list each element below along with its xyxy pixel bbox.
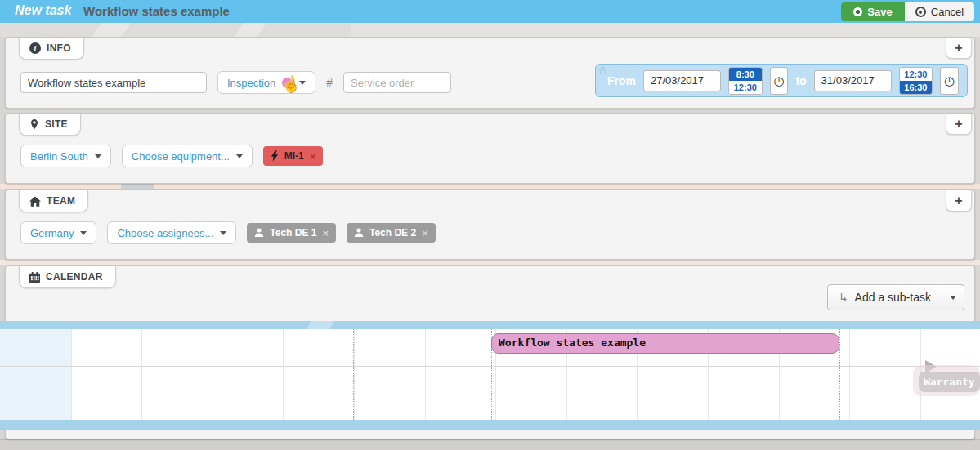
info-icon: i	[29, 42, 41, 54]
from-time-start[interactable]: 8:30	[729, 68, 762, 81]
hash-symbol: #	[326, 76, 333, 89]
info-tab-label: INFO	[47, 42, 71, 54]
selection-guide-line	[353, 329, 354, 420]
cancel-icon	[915, 7, 926, 17]
remove-assignee-icon[interactable]: ×	[422, 227, 428, 239]
equipment-tag[interactable]: MI-1 ×	[263, 146, 324, 166]
save-button-label: Save	[867, 2, 892, 21]
to-time-start[interactable]: 12:30	[900, 68, 933, 81]
caret-down-icon	[95, 154, 101, 158]
team-group-dropdown[interactable]: Germany	[20, 221, 96, 244]
team-tab: TEAM	[19, 190, 88, 212]
choose-assignees-label: Choose assignees...	[117, 227, 213, 239]
clock-icon: ◷	[599, 65, 607, 75]
choose-equipment-dropdown[interactable]: Choose equipment...	[122, 145, 253, 167]
add-subtask-dropdown-toggle[interactable]	[942, 284, 964, 310]
task-name-input[interactable]	[20, 72, 207, 93]
caret-down-icon	[950, 296, 956, 300]
remove-assignee-icon[interactable]: ×	[322, 227, 329, 239]
page-title: Workflow states example	[83, 4, 230, 18]
event-end-guide-line	[839, 329, 840, 420]
map-patch	[351, 23, 980, 37]
timeline-band-highlight	[307, 321, 334, 329]
site-tab-label: SITE	[45, 118, 68, 130]
assignee-tag[interactable]: Tech DE 2 ×	[347, 223, 436, 243]
person-icon	[254, 228, 264, 238]
site-tab: SITE	[19, 114, 81, 136]
cancel-button-label: Cancel	[931, 2, 964, 21]
info-panel: i INFO + Inspection # ◷ From 8:30 12:30 …	[5, 37, 975, 109]
caret-down-icon	[220, 231, 226, 235]
pointer-cursor-icon: ☝	[280, 74, 302, 96]
team-add-button[interactable]: +	[946, 190, 972, 212]
weekend-column	[0, 329, 72, 420]
caret-down-icon	[236, 154, 243, 158]
task-event-bar[interactable]: Workflow states example	[491, 333, 839, 354]
add-subtask-button[interactable]: ↳ Add a sub-task	[827, 284, 942, 310]
home-icon	[29, 196, 41, 207]
timeline-top-band	[0, 321, 980, 329]
service-order-input[interactable]	[343, 72, 451, 93]
to-time-clock-button[interactable]: ◷	[940, 67, 959, 95]
from-time-clock-button[interactable]: ◷	[770, 67, 789, 95]
assignee-tag[interactable]: Tech DE 1 ×	[247, 223, 336, 243]
from-time-end[interactable]: 12:30	[729, 81, 762, 94]
team-panel: TEAM + Germany Choose assignees... Tech …	[5, 189, 975, 260]
schedule-panel: ◷ From 8:30 12:30 ◷ to 12:30 16:30 ◷	[595, 64, 968, 97]
map-pin-icon	[29, 118, 39, 131]
new-task-badge: New task	[15, 3, 71, 18]
from-time-selector[interactable]: 8:30 12:30	[728, 67, 763, 95]
assignee-tag-label: Tech DE 2	[369, 227, 416, 238]
cancel-button[interactable]: Cancel	[905, 2, 974, 21]
timeline-bottom-band	[0, 420, 980, 430]
row-divider	[0, 366, 980, 367]
warranty-ghost-label: Warranty	[919, 372, 980, 392]
to-time-selector[interactable]: 12:30 16:30	[899, 67, 933, 95]
to-time-end[interactable]: 16:30	[900, 81, 933, 94]
to-date-input[interactable]	[814, 70, 892, 91]
calendar-tab-label: CALENDAR	[46, 271, 103, 283]
timeline-grid[interactable]: Workflow states example Warranty	[0, 329, 980, 420]
add-subtask-split-button[interactable]: ↳ Add a sub-task	[827, 284, 964, 310]
from-date-input[interactable]	[643, 70, 721, 91]
from-label: From	[607, 74, 636, 87]
site-panel: SITE + Berlin South Choose equipment... …	[5, 113, 975, 184]
equipment-tag-label: MI-1	[284, 150, 304, 162]
site-add-button[interactable]: +	[946, 114, 972, 135]
map-patch	[121, 184, 154, 189]
remove-equipment-icon[interactable]: ×	[310, 150, 316, 163]
map-road	[87, 23, 134, 37]
map-background-strip	[0, 184, 980, 189]
to-label: to	[795, 74, 806, 87]
timeline: Workflow states example Warranty	[0, 321, 980, 430]
caret-down-icon	[80, 231, 87, 235]
add-subtask-label: Add a sub-task	[855, 291, 931, 304]
team-group-label: Germany	[30, 227, 74, 239]
task-type-label: Inspection	[227, 77, 275, 89]
choose-equipment-label: Choose equipment...	[132, 150, 230, 163]
calendar-tab: CALENDAR	[19, 266, 116, 288]
level-down-icon: ↳	[839, 291, 848, 304]
site-location-dropdown[interactable]: Berlin South	[20, 145, 111, 167]
page-bottom-strip	[0, 439, 980, 450]
header-bar: New task Workflow states example Save Ca…	[0, 0, 980, 23]
new-task-page: New task Workflow states example Save Ca…	[0, 0, 980, 450]
save-button[interactable]: Save	[841, 2, 905, 21]
map-road	[230, 23, 270, 37]
info-tab: i INFO	[19, 38, 84, 60]
lightning-bolt-icon	[271, 150, 279, 162]
assignee-tag-label: Tech DE 1	[270, 227, 316, 238]
map-background-strip	[0, 23, 980, 37]
team-tab-label: TEAM	[47, 195, 75, 207]
calendar-icon	[29, 272, 40, 283]
choose-assignees-dropdown[interactable]: Choose assignees...	[107, 221, 236, 244]
person-icon	[354, 228, 364, 238]
site-location-label: Berlin South	[30, 150, 88, 163]
save-icon	[853, 7, 862, 16]
info-add-button[interactable]: +	[946, 38, 972, 59]
map-background-strip	[0, 260, 980, 265]
